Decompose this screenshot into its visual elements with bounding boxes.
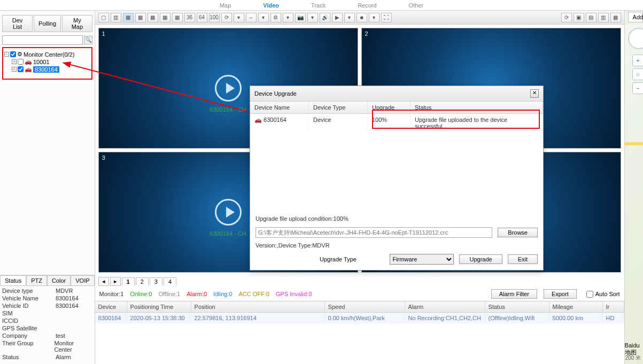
dev1-checkbox[interactable] — [18, 59, 24, 65]
col-mileage[interactable]: Mileage — [549, 301, 603, 313]
upgrade-button[interactable]: Upgrade — [459, 254, 502, 264]
nav-other[interactable]: Other — [409, 2, 424, 9]
export-button[interactable]: Export — [544, 289, 577, 299]
car-icon: 🚗 — [25, 66, 32, 73]
close-icon[interactable]: ✕ — [530, 89, 539, 98]
tree-child-1[interactable]: 10001 — [33, 59, 50, 65]
layout-2v-icon[interactable]: ▥ — [111, 13, 121, 22]
summary-alarm: Alarm:0 — [187, 291, 207, 297]
nav-video[interactable]: Video — [263, 2, 279, 9]
layout-4-icon[interactable]: ▦ — [123, 13, 134, 22]
stretch-icon[interactable]: ↔ — [246, 13, 257, 22]
tree-root-label[interactable]: Monitor Center(0/2) — [24, 51, 74, 58]
detail-key: ICCID — [2, 317, 56, 324]
dlg-col-devtype: Device Type — [309, 102, 368, 114]
compass-icon[interactable] — [628, 28, 643, 49]
upgrade-type-select[interactable]: Firmware — [390, 254, 454, 265]
tool-b-icon[interactable]: ▣ — [574, 13, 584, 22]
col-position[interactable]: Position — [191, 301, 325, 313]
nav-track[interactable]: Track — [311, 2, 326, 9]
table-row[interactable]: 8300164 2020-05-13 15:38:30 22.579816, 1… — [95, 313, 624, 323]
col-device[interactable]: Device — [95, 301, 127, 313]
viewtab-3[interactable]: 3 — [150, 277, 162, 285]
layout-6-icon[interactable]: ▦ — [135, 13, 146, 22]
zoom-reset-icon[interactable]: ○ — [632, 68, 643, 80]
viewtab-1[interactable]: 1 — [122, 277, 135, 285]
tool-d-icon[interactable]: ▥ — [598, 13, 609, 22]
col-speed[interactable]: Speed — [325, 301, 405, 313]
dropdown-icon[interactable]: ▾ — [234, 13, 244, 22]
upgrade-file-path[interactable] — [255, 227, 492, 238]
device-tree: − ⚙ Monitor Center(0/2) + 🚗 10001 + 🚗 83… — [2, 47, 92, 80]
expand-icon[interactable]: + — [12, 67, 17, 72]
expand-icon[interactable]: + — [12, 59, 17, 64]
root-checkbox[interactable] — [10, 51, 16, 57]
col-ir[interactable]: Ir — [603, 301, 624, 313]
dropdown-icon[interactable]: ▾ — [307, 13, 318, 22]
nav-map[interactable]: Map — [220, 2, 231, 9]
settings-icon[interactable]: ⚙ — [270, 13, 281, 22]
fullscreen-icon[interactable]: ⛶ — [381, 13, 392, 22]
detail-key: Their Group — [2, 340, 55, 353]
viewtab-prev[interactable]: ◂ — [98, 277, 109, 286]
summary-accoff: ACC OFF:0 — [239, 291, 269, 297]
dlg-row[interactable]: 🚗 8300164 Device 100% Upgrade file uploa… — [250, 114, 543, 132]
exit-button[interactable]: Exit — [508, 254, 538, 264]
address-box[interactable]: Address — [628, 12, 643, 22]
top-nav: Map Video Track Record Other — [0, 0, 643, 11]
dropdown-icon[interactable]: ▾ — [258, 13, 269, 22]
viewtab-next[interactable]: ▸ — [110, 277, 121, 286]
map-canvas[interactable]: + ○ − 宝龙艺术中 上合社区 务中心 冠华育才学校 中洲购物中心 灵芝公园 … — [625, 25, 643, 364]
zoom-out-icon[interactable]: − — [632, 82, 643, 94]
tab-polling[interactable]: Polling — [34, 15, 61, 32]
tab-voip[interactable]: VOIP — [71, 275, 94, 285]
dropdown-icon[interactable]: ▾ — [344, 13, 355, 22]
play-button-icon[interactable] — [215, 75, 242, 102]
collapse-icon[interactable]: − — [4, 52, 9, 57]
map-scale: 200 米 — [625, 354, 641, 362]
detail-key: GPS Satellite — [2, 325, 56, 331]
layout-8-icon[interactable]: ▦ — [148, 13, 158, 22]
col-alarm[interactable]: Alarm — [405, 301, 485, 313]
layout-36-icon[interactable]: 36 — [184, 13, 195, 22]
dropdown-icon[interactable]: ▾ — [283, 13, 293, 22]
tool-c-icon[interactable]: ▤ — [586, 13, 596, 22]
detail-val: Alarm — [56, 354, 71, 360]
device-details: Device typeMDVR Vehicle Name8300164 Vehi… — [0, 285, 95, 362]
nav-record[interactable]: Record — [358, 2, 376, 9]
tree-child-2[interactable]: 8300164 — [33, 66, 59, 73]
col-postime[interactable]: Positioning Time — [127, 301, 191, 313]
refresh-icon[interactable]: ⟳ — [221, 13, 232, 22]
autosort-checkbox[interactable] — [586, 291, 593, 298]
dev2-checkbox[interactable] — [18, 66, 24, 72]
layout-100-icon[interactable]: 100 — [209, 13, 220, 22]
stop-icon[interactable]: ■ — [357, 13, 367, 22]
tool-a-icon[interactable]: ⟳ — [561, 13, 572, 22]
layout-64-icon[interactable]: 64 — [197, 13, 207, 22]
tab-status[interactable]: Status — [0, 275, 26, 285]
tab-mymap[interactable]: My Map — [62, 15, 92, 32]
detail-key: Vehicle ID — [2, 303, 56, 309]
upgrade-type-label: Upgrade Type — [320, 256, 357, 262]
col-status[interactable]: Status — [485, 301, 549, 313]
play-icon[interactable]: ▶ — [332, 13, 343, 22]
dropdown-icon[interactable]: ▾ — [369, 13, 379, 22]
viewtab-4[interactable]: 4 — [164, 277, 176, 285]
layout-1-icon[interactable]: ▢ — [98, 13, 109, 22]
audio-icon[interactable]: 🔊 — [320, 13, 330, 22]
browse-button[interactable]: Browse — [498, 228, 538, 237]
snapshot-icon[interactable]: 📷 — [295, 13, 306, 22]
tab-devlist[interactable]: Dev List — [2, 15, 33, 32]
tool-e-icon[interactable]: ▦ — [610, 13, 621, 22]
viewtab-2[interactable]: 2 — [136, 277, 149, 285]
layout-9-icon[interactable]: ▦ — [160, 13, 171, 22]
alarm-filter-button[interactable]: Alarm Filter — [491, 289, 537, 299]
search-icon[interactable]: 🔍 — [84, 36, 92, 44]
play-button-icon[interactable] — [215, 199, 242, 226]
tab-color[interactable]: Color — [47, 275, 71, 285]
detail-val: MDVR — [56, 288, 73, 294]
layout-16-icon[interactable]: ▦ — [172, 13, 183, 22]
tab-ptz[interactable]: PTZ — [26, 275, 47, 285]
zoom-in-icon[interactable]: + — [632, 55, 643, 66]
device-search-input[interactable] — [2, 35, 83, 45]
